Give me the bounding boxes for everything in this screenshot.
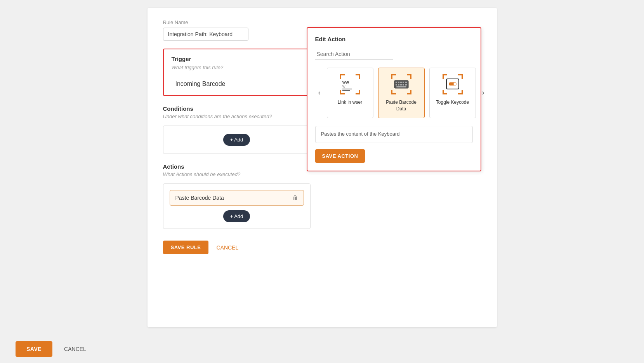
save-rule-button[interactable]: SAVE RULE <box>163 241 209 254</box>
action-card-link-browser-label: Link in wser <box>338 99 362 106</box>
svg-rect-23 <box>400 82 402 83</box>
edit-action-title: Edit Action <box>315 36 473 42</box>
carousel-prev-button[interactable]: ‹ <box>315 87 324 98</box>
actions-carousel: ‹ <box>315 68 473 118</box>
search-action-input[interactable] <box>315 49 393 60</box>
svg-rect-30 <box>405 84 407 86</box>
rule-name-label: Rule Name <box>163 19 481 25</box>
conditions-add-button[interactable]: + Add <box>223 134 250 146</box>
action-card-paste-barcode[interactable]: Paste Barcode Data <box>378 68 425 118</box>
action-item[interactable]: Paste Barcode Data 🗑 <box>170 190 304 206</box>
action-card-toggle-keycode-label: Toggle Keycode <box>436 99 469 106</box>
svg-rect-28 <box>400 84 402 86</box>
svg-rect-37 <box>443 90 444 94</box>
svg-rect-35 <box>462 74 463 79</box>
edit-action-panel: Edit Action ‹ <box>307 27 481 171</box>
trigger-title: Trigger <box>172 56 302 62</box>
svg-rect-24 <box>403 82 404 83</box>
svg-rect-39 <box>462 90 463 94</box>
footer-cancel-button[interactable]: CANCEL <box>64 346 86 352</box>
delete-action-icon[interactable]: 🗑 <box>292 194 298 201</box>
trigger-section: Trigger What triggers this rule? Incomin… <box>163 49 311 96</box>
svg-rect-15 <box>410 74 411 79</box>
carousel-next-button[interactable]: › <box>479 87 488 98</box>
actions-subtitle: What Actions should be executed? <box>163 171 481 177</box>
conditions-box: + Add <box>163 126 311 154</box>
paste-barcode-icon <box>391 73 412 95</box>
rule-card: Rule Name Trigger What triggers this rul… <box>148 8 497 327</box>
toggle-keycode-icon <box>442 73 463 95</box>
action-description: Pastes the content of the Keyboard <box>315 126 473 143</box>
svg-rect-26 <box>396 84 397 86</box>
svg-rect-17 <box>391 90 392 94</box>
trigger-value: Incoming Barcode <box>172 77 302 87</box>
action-card-toggle-keycode[interactable]: Toggle Keycode <box>429 68 476 118</box>
svg-rect-31 <box>396 86 406 87</box>
save-action-button[interactable]: SAVE ACTION <box>315 149 365 163</box>
svg-text:WW: WW <box>342 80 349 84</box>
svg-rect-21 <box>396 82 397 83</box>
svg-rect-7 <box>359 90 360 94</box>
svg-rect-33 <box>443 74 444 79</box>
page-wrapper: Rule Name Trigger What triggers this rul… <box>0 0 644 363</box>
actions-add-button[interactable]: + Add <box>223 210 250 222</box>
actions-box: Paste Barcode Data 🗑 + Add <box>163 183 311 229</box>
svg-rect-3 <box>359 74 360 79</box>
svg-rect-19 <box>410 90 411 94</box>
rule-name-input[interactable] <box>163 28 248 41</box>
svg-rect-13 <box>391 74 392 79</box>
svg-rect-22 <box>398 82 399 83</box>
cancel-rule-button[interactable]: CANCEL <box>216 244 238 251</box>
action-card-link-browser[interactable]: WW W Link in wser <box>327 68 373 118</box>
main-content: Rule Name Trigger What triggers this rul… <box>0 0 644 335</box>
svg-point-42 <box>453 83 456 86</box>
svg-text:W: W <box>342 85 345 88</box>
svg-rect-1 <box>340 74 341 79</box>
actions-section: Actions What Actions should be executed?… <box>163 163 481 229</box>
svg-rect-29 <box>403 84 404 86</box>
svg-rect-27 <box>398 84 399 86</box>
action-card-paste-barcode-label: Paste Barcode Data <box>382 99 420 112</box>
action-item-label: Paste Barcode Data <box>175 195 224 201</box>
svg-rect-25 <box>405 82 407 83</box>
footer-bar: SAVE CANCEL <box>0 335 644 363</box>
trigger-subtitle: What triggers this rule? <box>172 65 302 70</box>
footer-save-button[interactable]: SAVE <box>16 341 52 357</box>
carousel-items: WW W Link in wser <box>327 68 476 118</box>
link-browser-icon: WW W <box>339 73 361 95</box>
bottom-actions: SAVE RULE CANCEL <box>163 241 481 254</box>
svg-rect-5 <box>340 90 341 94</box>
